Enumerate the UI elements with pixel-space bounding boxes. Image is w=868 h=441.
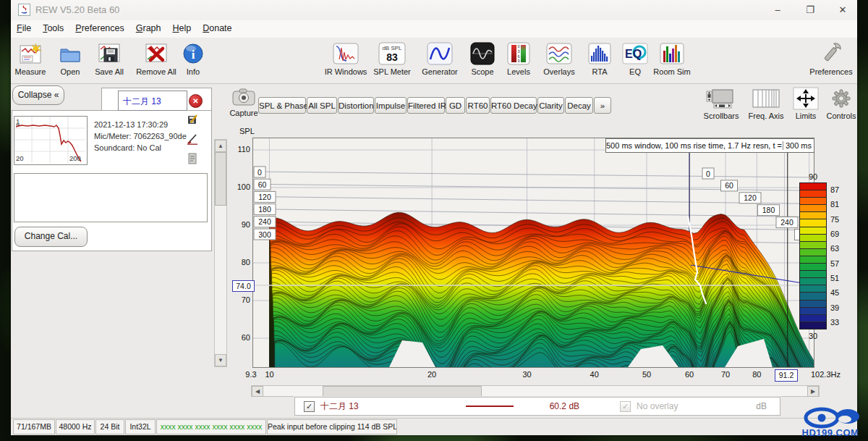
svg-text:EQ: EQ [625,48,642,60]
svg-text:i: i [192,48,195,62]
svg-text:240: 240 [780,218,793,227]
measurement-timestamp: 2021-12-13 17:30:29 [94,119,187,130]
measurement-thumbnail[interactable]: 1 20 200 [14,116,88,165]
notes-area[interactable] [14,173,208,222]
toolbar-label: Preferences [805,67,857,76]
spl-axis-caption: SPL [239,127,255,135]
legend-band [800,285,826,293]
tab-distortion[interactable]: Distortion [338,97,374,114]
legend-tick: 63 [830,244,849,253]
menu-file[interactable]: File [11,20,37,33]
measurement-close-icon[interactable]: ✕ [189,94,203,108]
legend-band [800,249,826,256]
freq-tick: 50 [642,370,651,379]
tab-all-spl[interactable]: All SPL [307,97,337,114]
plot-header-time[interactable]: 300 ms [783,141,814,150]
notes-icon[interactable] [187,153,198,164]
legend-band [800,198,826,205]
toolbar-ir-windows[interactable]: IR Windows [320,41,372,76]
status-cell: Peak input before clipping 114 dB SPL [267,419,397,434]
view-controls[interactable]: Controls [815,87,867,120]
pencil-icon[interactable] [187,133,198,145]
legend-tick: 39 [830,303,849,312]
freq-scrollbar[interactable]: ◀ ▶ [251,385,820,397]
tab-clarity[interactable]: Clarity [537,97,564,114]
svg-text:0: 0 [706,169,710,178]
thumbnail-index: 1 [16,117,20,125]
capture-label: Capture [228,109,260,117]
legend-tick: 51 [830,274,849,282]
maximize-button[interactable]: ❐ [799,3,821,17]
scroll-right-icon[interactable]: ▶ [807,386,819,397]
toolbar-room-sim[interactable]: Room Sim [646,41,698,76]
legend-tick: 87 [830,185,849,194]
tab-spl-phase[interactable]: SPL & Phase [258,97,306,114]
tab-decay[interactable]: Decay [565,97,593,114]
collapse-button[interactable]: Collapse « [12,85,64,105]
measurement-name-input[interactable] [118,91,187,111]
menu-preferences[interactable]: Preferences [69,20,129,33]
tab-rt60[interactable]: RT60 [466,97,490,114]
save-edit-icon[interactable] [187,114,198,125]
panel-scrollbar[interactable]: ▲ ▼ [214,139,227,367]
capture-button[interactable]: Capture [228,88,260,117]
trace-checkbox[interactable]: ✓ [304,401,315,412]
legend-min-label: 30 [799,332,827,340]
toolbar-preferences[interactable]: Preferences [805,41,857,76]
menu-help[interactable]: Help [167,20,197,33]
svg-text:180: 180 [258,205,271,214]
title-bar: REW V5.20 Beta 60 – ❐ ✕ [11,0,857,21]
roomsim-icon [646,41,698,67]
svg-text:83: 83 [386,51,398,63]
menu-tools[interactable]: Tools [37,20,69,33]
legend-band [800,205,826,212]
cursor-freq-readout: 91.2 [775,369,798,382]
tab-gd[interactable]: GD [446,97,465,114]
thumbnail-x-left: 20 [16,154,24,162]
tab-rt60-decay[interactable]: RT60 Decay [490,97,537,114]
svg-text:120: 120 [744,193,757,202]
measurement-soundcard: Soundcard: No Cal [94,142,187,154]
svg-text:0: 0 [518,44,520,49]
legend-tick: 75 [830,215,849,224]
freq-tick: 20 [427,370,436,379]
freq-tick: 30 [522,370,531,379]
overlay-checkbox[interactable]: ✓ [620,401,631,412]
freq-scroll-thumb[interactable] [323,386,482,398]
scroll-thumb[interactable] [215,152,226,206]
toolbar-label: SPL Meter [366,67,418,76]
scroll-left-icon[interactable]: ◀ [252,386,263,397]
toolbar-info[interactable]: iInfo [167,41,219,76]
view-button-label: Controls [815,112,867,120]
toolbar-spl-meter[interactable]: dB SPL83SPL Meter [366,41,418,76]
status-cell: 71/167MB [13,419,55,434]
change-cal-button[interactable]: Change Cal... [14,227,88,247]
legend-band [800,278,826,285]
scroll-up-icon[interactable]: ▲ [215,140,226,152]
menu-graph[interactable]: Graph [130,20,167,33]
trace-value: 60.2 dB [550,401,579,411]
tab-filtered-ir[interactable]: Filtered IR [407,97,445,114]
tab-impulse[interactable]: Impulse [375,97,407,114]
controls-icon [815,87,867,110]
status-bar: 71/167MB48000 Hz24 BitInt32Lxxxx xxxx xx… [11,418,857,435]
info-icon: i [167,41,219,67]
legend-band [800,242,826,249]
toolbar-save-all[interactable]: Save All [83,41,135,76]
scroll-down-icon[interactable]: ▼ [215,354,226,366]
saveall-icon [83,41,135,67]
freq-tick: 40 [590,370,599,379]
measurement-info: 2021-12-13 17:30:29 Mic/Meter: 7062263_9… [94,119,187,154]
legend-band [800,322,826,329]
svg-text:300: 300 [258,230,271,239]
toolbar-label: Info [167,67,219,76]
waterfall-plot[interactable]: 006060120120180180240240300300 [252,138,814,368]
minimize-button[interactable]: – [767,3,788,17]
spl-tick: 110 [229,145,250,154]
menu-donate[interactable]: Donate [197,20,237,33]
legend-band [800,315,826,322]
tab--[interactable]: » [594,97,611,114]
svg-text:60: 60 [258,180,267,189]
close-button[interactable]: ✕ [832,3,854,17]
app-icon [18,4,30,19]
